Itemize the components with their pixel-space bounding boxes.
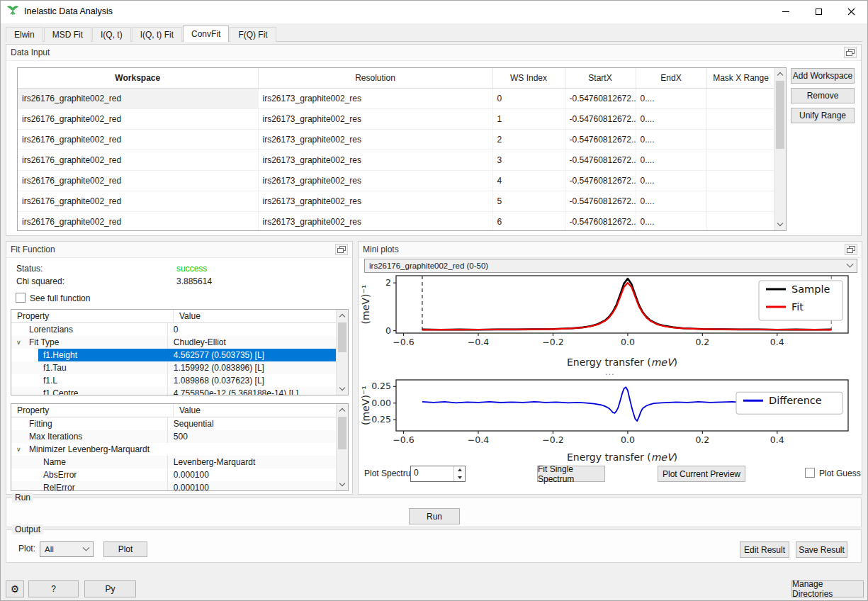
save-result-button[interactable]: Save Result	[796, 541, 847, 558]
cell-endx[interactable]: 0....	[636, 88, 706, 108]
cell-endx[interactable]: 0....	[636, 170, 706, 191]
expand-arrow-icon[interactable]: ∨	[16, 336, 21, 349]
property-row[interactable]: FittingSequential	[11, 417, 336, 430]
cell-startx[interactable]: -0.54760812672...	[565, 150, 636, 170]
cell-mask[interactable]	[706, 170, 775, 191]
workspace-row[interactable]: irs26176_graphite002_redirs26173_graphit…	[18, 88, 775, 108]
plot-guess-checkbox[interactable]	[805, 468, 815, 478]
cell-mask[interactable]	[706, 88, 775, 108]
cell-endx[interactable]: 0....	[636, 129, 706, 150]
plot-type-dropdown[interactable]: All	[40, 541, 94, 557]
cell-startx[interactable]: -0.54760812672...	[565, 108, 636, 129]
expand-arrow-icon[interactable]: ∨	[16, 443, 21, 456]
cell-workspace[interactable]: irs26176_graphite002_red	[18, 191, 258, 211]
add-workspace-button[interactable]: Add Workspace	[791, 68, 855, 84]
cell-endx[interactable]: 0....	[636, 191, 706, 211]
property-row[interactable]: Max Iterations500	[11, 430, 336, 443]
tab-i-q-t[interactable]: I(Q, t)	[92, 27, 131, 42]
help-button[interactable]: ?	[28, 580, 79, 597]
workspace-row[interactable]: irs26176_graphite002_redirs26173_graphit…	[18, 170, 775, 191]
plot-spectrum-spinbox[interactable]: 0	[410, 466, 466, 482]
table-scrollbar[interactable]	[774, 68, 786, 230]
property-row[interactable]: AbsError0.000100	[11, 468, 336, 481]
see-full-function-checkbox[interactable]	[16, 293, 26, 303]
cell-mask[interactable]	[706, 108, 775, 129]
fit-single-spectrum-button[interactable]: Fit Single Spectrum	[537, 466, 605, 482]
scroll-down-icon[interactable]	[339, 385, 345, 391]
col-mask-x-range[interactable]: Mask X Range	[706, 68, 775, 88]
workspace-row[interactable]: irs26176_graphite002_redirs26173_graphit…	[18, 150, 775, 170]
cell-resolution[interactable]: irs26173_graphite002_res	[258, 191, 492, 211]
cell-workspace[interactable]: irs26176_graphite002_red	[18, 108, 258, 129]
cell-resolution[interactable]: irs26173_graphite002_res	[258, 170, 492, 191]
workspace-row[interactable]: irs26176_graphite002_redirs26173_graphit…	[18, 108, 775, 129]
property-row[interactable]: RelError0.000100	[11, 481, 336, 491]
settings-button[interactable]: ⚙	[6, 580, 24, 597]
col-endx[interactable]: EndX	[636, 68, 706, 88]
scroll-up-icon[interactable]	[339, 314, 345, 320]
remove-button[interactable]: Remove	[791, 88, 855, 103]
close-button[interactable]	[835, 1, 867, 23]
manage-directories-button[interactable]: Manage Directories	[791, 580, 864, 597]
maximize-button[interactable]	[802, 1, 835, 23]
cell-workspace[interactable]: irs26176_graphite002_red	[18, 170, 258, 191]
scroll-thumb[interactable]	[338, 322, 346, 352]
cell-endx[interactable]: 0....	[636, 211, 706, 231]
cell-mask[interactable]	[706, 129, 775, 150]
tab-elwin[interactable]: Elwin	[6, 27, 43, 42]
minimize-button[interactable]	[770, 1, 802, 23]
plot-button[interactable]: Plot	[103, 541, 147, 557]
property-row[interactable]: f1.Height4.562577 (0.503735) [L]	[11, 349, 336, 361]
property-row[interactable]: f1.Centre4.755850e-12 (5.368188e-14) [L]	[11, 387, 336, 395]
python-button[interactable]: Py	[84, 580, 136, 597]
undock-button[interactable]	[844, 47, 857, 58]
scroll-thumb[interactable]	[338, 417, 346, 449]
cell-workspace[interactable]: irs26176_graphite002_red	[18, 129, 258, 150]
plot-current-preview-button[interactable]: Plot Current Preview	[658, 466, 745, 482]
cell-workspace[interactable]: irs26176_graphite002_red	[18, 211, 258, 231]
property-row[interactable]: NameLevenberg-Marquardt	[11, 456, 336, 468]
property-row[interactable]: Lorentzians0	[11, 323, 336, 336]
cell-resolution[interactable]: irs26173_graphite002_res	[258, 129, 492, 150]
col-workspace[interactable]: Workspace	[18, 68, 258, 88]
property-row[interactable]: ∨Minimizer Levenberg-Marquardt	[11, 443, 336, 456]
workspace-row[interactable]: irs26176_graphite002_redirs26173_graphit…	[18, 211, 775, 231]
cell-ws_index[interactable]: 0	[492, 88, 565, 108]
cell-ws_index[interactable]: 6	[492, 211, 565, 231]
property-scrollbar[interactable]	[336, 404, 348, 490]
cell-ws_index[interactable]: 2	[492, 129, 565, 150]
col-ws-index[interactable]: WS Index	[492, 68, 565, 88]
col-resolution[interactable]: Resolution	[258, 68, 492, 88]
cell-resolution[interactable]: irs26173_graphite002_res	[258, 88, 492, 108]
cell-startx[interactable]: -0.54760812672...	[565, 191, 636, 211]
cell-startx[interactable]: -0.54760812672...	[565, 129, 636, 150]
property-row[interactable]: f1.L1.089868 (0.037623) [L]	[11, 374, 336, 387]
cell-startx[interactable]: -0.54760812672...	[565, 211, 636, 231]
cell-mask[interactable]	[706, 150, 775, 170]
undock-button[interactable]	[845, 244, 857, 255]
col-startx[interactable]: StartX	[565, 68, 636, 88]
cell-resolution[interactable]: irs26173_graphite002_res	[258, 108, 492, 129]
workspace-selector-dropdown[interactable]: irs26176_graphite002_red (0-50)	[364, 259, 857, 273]
tab-convfit[interactable]: ConvFit	[183, 26, 229, 42]
scroll-up-icon[interactable]	[339, 408, 345, 414]
scroll-down-icon[interactable]	[777, 220, 783, 226]
cell-mask[interactable]	[706, 211, 775, 231]
workspace-row[interactable]: irs26176_graphite002_redirs26173_graphit…	[18, 129, 775, 150]
cell-ws_index[interactable]: 5	[492, 191, 565, 211]
cell-ws_index[interactable]: 1	[492, 108, 565, 129]
cell-endx[interactable]: 0....	[636, 150, 706, 170]
tab-f-q-fit[interactable]: F(Q) Fit	[230, 27, 276, 42]
run-button[interactable]: Run	[409, 508, 460, 524]
cell-resolution[interactable]: irs26173_graphite002_res	[258, 150, 492, 170]
unify-range-button[interactable]: Unify Range	[791, 108, 855, 123]
cell-ws_index[interactable]: 3	[492, 150, 565, 170]
workspace-row[interactable]: irs26176_graphite002_redirs26173_graphit…	[18, 191, 775, 211]
cell-workspace[interactable]: irs26176_graphite002_red	[18, 88, 258, 108]
scroll-down-icon[interactable]	[339, 481, 345, 486]
cell-startx[interactable]: -0.54760812672...	[565, 88, 636, 108]
edit-result-button[interactable]: Edit Result	[740, 541, 789, 558]
undock-button[interactable]	[335, 244, 348, 255]
spin-up-button[interactable]	[454, 466, 465, 474]
cell-workspace[interactable]: irs26176_graphite002_red	[18, 150, 258, 170]
